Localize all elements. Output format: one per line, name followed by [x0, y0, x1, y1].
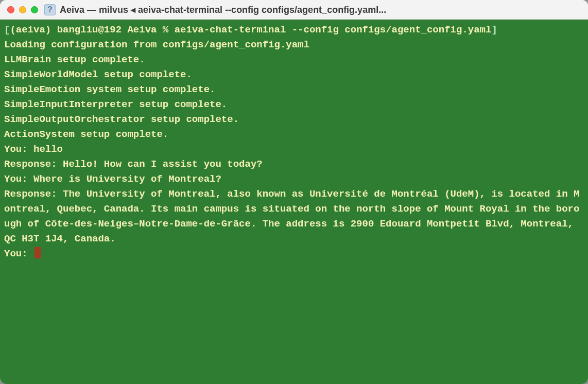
response-line: Response: The University of Montreal, al…	[4, 187, 584, 247]
input-prompt-prefix: You:	[4, 248, 33, 259]
folder-icon-glyph: ?	[47, 5, 53, 14]
prompt-bracket-open: [	[4, 24, 10, 36]
response-line: Response: Hello! How can I assist you to…	[4, 157, 584, 172]
terminal-body[interactable]: [(aeiva) bangliu@192 Aeiva % aeiva-chat-…	[0, 20, 588, 384]
command-text: aeiva-chat-terminal --config configs/age…	[175, 24, 492, 36]
output-line: SimpleEmotion system setup complete.	[4, 82, 584, 97]
output-line: SimpleInputInterpreter setup complete.	[4, 97, 584, 112]
prompt-bracket-close: ]	[491, 24, 497, 36]
output-line: ActionSystem setup complete.	[4, 127, 584, 142]
title-bar: ? Aeiva — milvus ◂ aeiva-chat-terminal -…	[0, 0, 588, 20]
window-title: Aeiva — milvus ◂ aeiva-chat-terminal --c…	[60, 4, 581, 15]
output-line: SimpleOutputOrchestrator setup complete.	[4, 112, 584, 127]
minimize-button[interactable]	[19, 6, 26, 13]
cursor-icon	[34, 247, 41, 258]
traffic-lights	[7, 6, 38, 13]
prompt-env: (aeiva)	[10, 24, 57, 36]
output-line: LLMBrain setup complete.	[4, 53, 584, 67]
prompt-userhost: bangliu@192 Aeiva %	[57, 24, 175, 36]
terminal-window: ? Aeiva — milvus ◂ aeiva-chat-terminal -…	[0, 0, 588, 384]
maximize-button[interactable]	[31, 6, 38, 13]
folder-icon: ?	[44, 4, 56, 15]
output-line: SimpleWorldModel setup complete.	[4, 67, 584, 82]
user-input-line: You: Where is University of Montreal?	[4, 172, 584, 187]
output-line: Loading configuration from configs/agent…	[4, 38, 584, 53]
user-input-line: You: hello	[4, 142, 584, 157]
close-button[interactable]	[7, 6, 14, 13]
